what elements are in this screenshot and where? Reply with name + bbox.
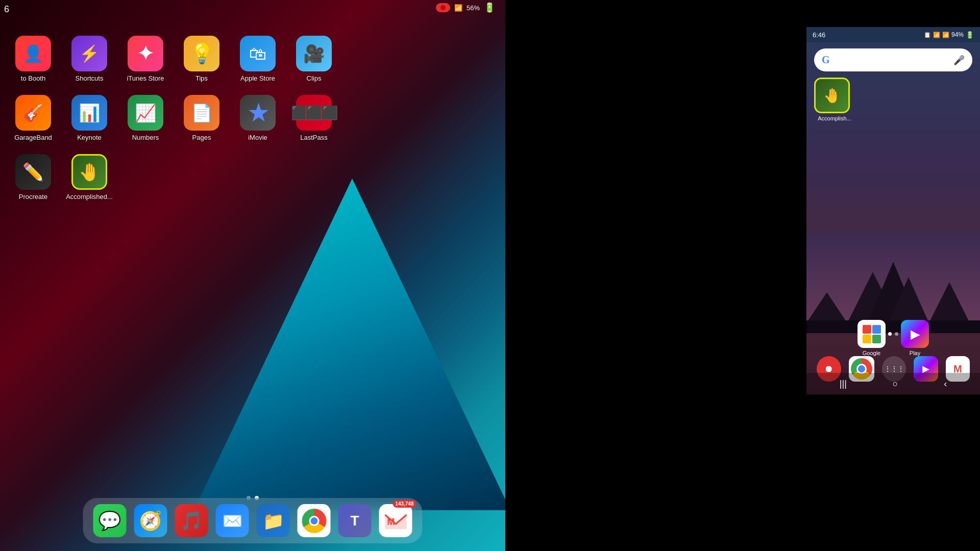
lastpass-dots-icon: ⬛⬛⬛ — [291, 105, 337, 121]
app-icon-procreate: ✏️ — [15, 154, 51, 190]
clips-camera-icon: 🎥 — [303, 43, 325, 64]
app-label-numbers: Numbers — [132, 134, 159, 141]
apps-grid-icon: ⋮⋮⋮ — [884, 365, 904, 373]
app-label-shortcuts: Shortcuts — [76, 74, 104, 82]
android-wifi-icon: 📶 — [933, 32, 940, 38]
itunes-star: ✦ — [137, 42, 154, 65]
app-label-keynote: Keynote — [77, 134, 102, 141]
android-status-icons: 📋 📶 📶 94% 🔋 — [924, 31, 974, 39]
android-mountains — [806, 231, 980, 333]
app-itunes[interactable]: ✦ iTunes Store — [122, 36, 168, 82]
battery-icon: 🔋 — [484, 2, 495, 13]
microphone-icon[interactable]: 🎤 — [953, 55, 965, 66]
google-search-bar[interactable]: G 🎤 — [814, 48, 972, 71]
app-grid: 👤 to Booth ⚡ Shortcuts ✦ iTunes Store — [0, 31, 505, 218]
app-label-photo-booth: to Booth — [21, 74, 45, 82]
app-icon-garageband: 🎸 — [15, 95, 51, 131]
android-recent-button[interactable]: ||| — [840, 379, 847, 389]
wifi-icon: 📶 — [454, 4, 462, 12]
record-button[interactable] — [436, 3, 450, 12]
mountain-scene-icon — [806, 231, 980, 333]
android-nav-bar: ||| ○ ‹ — [806, 373, 980, 394]
android-time: 6:46 — [813, 31, 825, 39]
app-label-itunes: iTunes Store — [127, 74, 164, 82]
android-page-dot-2 — [895, 332, 898, 336]
google-grid-icon — [863, 325, 881, 343]
procreate-icon: ✏️ — [22, 162, 44, 182]
app-numbers[interactable]: 📈 Numbers — [122, 95, 168, 141]
app-procreate[interactable]: ✏️ Procreate — [10, 154, 56, 201]
play-triangle-icon: ▶ — [911, 327, 920, 341]
android-accomplished-label: Accomplish... — [814, 115, 855, 121]
garageband-icon: 🎸 — [23, 103, 43, 122]
app-row-2: 🎸 GarageBand 📊 Keynote 📈 Numbers — [10, 95, 495, 141]
android-battery: 94% — [951, 31, 964, 38]
imovie-star-icon: ★ — [248, 100, 268, 126]
app-tips[interactable]: 💡 Tips — [179, 36, 225, 82]
chrome-ring-icon — [302, 509, 326, 533]
dock-safari[interactable]: 🧭 — [134, 504, 167, 537]
safari-compass-icon: 🧭 — [139, 510, 162, 532]
record-dot — [440, 5, 446, 10]
app-keynote[interactable]: 📊 Keynote — [66, 95, 112, 141]
app-label-pages: Pages — [192, 134, 211, 141]
dock-teams[interactable]: T — [338, 504, 372, 537]
android-accomplished-app[interactable]: 🤚 Accomplish... — [814, 78, 855, 121]
dock-files[interactable]: 📁 — [257, 504, 290, 537]
music-note-icon: 🎵 — [180, 510, 203, 532]
app-lastpass[interactable]: ⬛⬛⬛ LastPass — [291, 95, 337, 141]
gmail-logo-icon: M — [383, 511, 408, 531]
svg-text:M: M — [387, 517, 395, 527]
chrome-center-icon — [309, 516, 319, 526]
app-label-garageband: GarageBand — [14, 134, 52, 141]
app-clips[interactable]: 🎥 Clips — [291, 36, 337, 82]
dock-chrome[interactable] — [298, 504, 331, 537]
android-page-indicators — [888, 332, 898, 336]
app-icon-itunes: ✦ — [128, 36, 163, 71]
android-notification-icon: 📋 — [924, 32, 931, 38]
app-imovie[interactable]: ★ iMovie — [235, 95, 281, 141]
android-home-button[interactable]: ○ — [893, 379, 898, 389]
android-chrome-center-icon — [856, 364, 867, 374]
app-icon-accomplished: 🤚 — [71, 154, 107, 190]
app-icon-numbers: 📈 — [128, 95, 163, 131]
dock-music[interactable]: 🎵 — [175, 504, 208, 537]
android-hand-icon: 🤚 — [823, 87, 841, 104]
android-back-button[interactable]: ‹ — [944, 379, 947, 389]
app-icon-apple-store: 🛍 — [240, 36, 276, 71]
app-icon-tips: 💡 — [184, 36, 219, 71]
keynote-icon: 📊 — [79, 103, 100, 123]
apple-bag-icon: 🛍 — [249, 44, 266, 64]
app-icon-shortcuts: ⚡ — [71, 36, 107, 71]
person-icon: 👤 — [23, 44, 43, 63]
android-phone: 6:46 📋 📶 📶 94% 🔋 G 🎤 🤚 Accomplish... — [806, 27, 980, 394]
google-g-logo: G — [822, 54, 830, 66]
app-pages[interactable]: 📄 Pages — [179, 95, 225, 141]
app-icon-pages: 📄 — [184, 95, 219, 131]
app-accomplished[interactable]: 🤚 Accomplished... — [66, 154, 112, 201]
app-row-1: 👤 to Booth ⚡ Shortcuts ✦ iTunes Store — [10, 36, 495, 82]
messages-bubble-icon: 💬 — [99, 510, 121, 532]
battery-percent: 56% — [467, 4, 480, 12]
app-apple-store[interactable]: 🛍 Apple Store — [235, 36, 281, 82]
dock-messages[interactable]: 💬 — [93, 504, 127, 537]
app-label-tips: Tips — [195, 74, 208, 82]
mail-envelope-icon: ✉️ — [222, 511, 242, 531]
gmail-badge: 143,748 — [393, 500, 416, 508]
pages-icon: 📄 — [191, 103, 212, 123]
ipad-status-bar: 📶 56% 🔋 — [0, 0, 505, 15]
app-label-accomplished: Accomplished... — [66, 193, 113, 201]
app-label-lastpass: LastPass — [300, 134, 327, 141]
android-page-dot-1 — [888, 332, 892, 336]
ipad-dock: 💬 🧭 🎵 ✉️ 📁 T — [83, 498, 423, 543]
android-accomplished-icon: 🤚 — [814, 78, 850, 113]
app-shortcuts[interactable]: ⚡ Shortcuts — [66, 36, 112, 82]
dock-mail[interactable]: ✉️ — [216, 504, 249, 537]
app-label-clips: Clips — [307, 74, 322, 82]
app-icon-imovie: ★ — [240, 95, 276, 131]
app-photo-booth[interactable]: 👤 to Booth — [10, 36, 56, 82]
app-label-procreate: Procreate — [19, 193, 47, 201]
dock-gmail[interactable]: M 143,748 — [379, 504, 412, 537]
app-garageband[interactable]: 🎸 GarageBand — [10, 95, 56, 141]
android-status-bar: 6:46 📋 📶 📶 94% 🔋 — [806, 27, 980, 42]
